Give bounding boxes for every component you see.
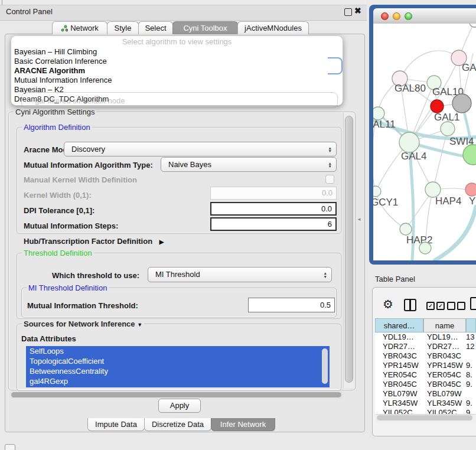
close-icon[interactable]: ✖ xyxy=(354,6,361,15)
top-strip xyxy=(0,0,366,5)
column-header-shared[interactable]: shared… xyxy=(375,318,423,332)
table-cell: YBR045C xyxy=(375,380,423,389)
dpi-tolerance-label: DPI Tolerance [0,1]: xyxy=(24,206,94,215)
network-combo-ghost[interactable]: gal-filtered sif default node xyxy=(21,92,338,108)
table-row[interactable]: YPR145WYPR145W9. xyxy=(375,361,476,370)
network-node-gal4[interactable] xyxy=(399,132,419,152)
split-columns-icon[interactable] xyxy=(404,299,416,311)
document-icon[interactable] xyxy=(470,297,476,310)
table-cell: YLR345W xyxy=(423,399,466,408)
tab-select[interactable]: Select xyxy=(138,21,173,34)
network-node[interactable] xyxy=(463,145,476,165)
sources-title[interactable]: Sources for Network Inference ▼ xyxy=(22,319,144,328)
manual-kernel-label: Manual Kernel Width Definition xyxy=(24,175,137,184)
data-attributes-label: Data Attributes xyxy=(21,334,76,343)
algorithm-option[interactable]: Basic Correlation Inference xyxy=(11,57,343,66)
close-window-icon[interactable] xyxy=(381,12,389,20)
mi-type-combo[interactable]: Naive Bayes ▲▼ xyxy=(161,157,337,172)
data-attributes-list[interactable]: SelfLoopsTopologicalCoefficientBetweenne… xyxy=(26,346,330,387)
unchecked-checkbox-icon[interactable] xyxy=(447,302,455,310)
algorithm-option[interactable]: Bayesian – Hill Climbing xyxy=(11,47,343,57)
tab-discretize-data[interactable]: Discretize Data xyxy=(144,418,211,431)
tab-infer-network[interactable]: Infer Network xyxy=(211,418,275,431)
which-threshold-combo[interactable]: MI Threshold ▲▼ xyxy=(148,267,332,282)
apply-button[interactable]: Apply xyxy=(158,399,201,413)
tab-network[interactable]: Network xyxy=(52,21,107,34)
dpi-tolerance-field[interactable]: 0.0 xyxy=(210,202,337,216)
mi-steps-field[interactable]: 6 xyxy=(210,217,337,231)
attribute-item[interactable]: BetweennessCentrality xyxy=(26,366,330,376)
attribute-item[interactable]: gal4RGexp xyxy=(26,376,330,386)
stepper-icon: ▲▼ xyxy=(324,272,327,278)
table-rows: YDL19…YDL19…13YDR27…YDR27…12YBR043CYBR04… xyxy=(375,332,476,414)
network-window-titlebar[interactable] xyxy=(373,8,476,24)
network-node-label: GCY1 xyxy=(373,197,398,208)
settings-horizontal-scrollbar-thumb[interactable] xyxy=(11,392,341,397)
attribute-item[interactable]: TopologicalCoefficient xyxy=(26,356,330,366)
table-cell: YLR345W xyxy=(375,399,423,408)
zoom-window-icon[interactable] xyxy=(405,12,412,20)
algorithm-combo-fragment[interactable] xyxy=(328,57,343,74)
table-cell: YER054C xyxy=(375,370,423,380)
tab-jactivemnodules[interactable]: jActiveMNodules xyxy=(237,21,309,34)
gear-icon[interactable]: ⚙ xyxy=(383,298,393,311)
tab-impute-data-label: Impute Data xyxy=(95,420,137,429)
mi-threshold-field[interactable]: 0.5 xyxy=(248,298,335,312)
table-row[interactable]: YER054CYER054C8. xyxy=(375,370,476,380)
kernel-width-field[interactable]: 0.0 xyxy=(210,187,337,200)
table-horizontal-scrollbar-thumb[interactable] xyxy=(377,415,472,420)
network-node-gal11[interactable] xyxy=(373,107,384,120)
network-svg[interactable]: GALGAL80GAL10GAL1GAL11SWI4GAL4GCY1HAP4YH… xyxy=(373,24,476,260)
unchecked-checkbox-icon[interactable] xyxy=(457,302,465,310)
table-row[interactable]: YDR27…YDR27…12 xyxy=(375,342,476,351)
table-cell: YBR045C xyxy=(423,380,466,389)
network-node[interactable] xyxy=(470,24,476,27)
table-row[interactable]: YBL079WYBL079W xyxy=(375,389,476,399)
algorithm-option[interactable]: Mutual Information Inference xyxy=(11,76,343,85)
tab-network-label: Network xyxy=(70,24,99,32)
network-node-swi4[interactable] xyxy=(441,122,455,136)
network-node[interactable] xyxy=(419,242,431,254)
algorithm-option[interactable]: ARACNE Algorithm xyxy=(11,66,343,76)
minimize-window-icon[interactable] xyxy=(393,12,400,20)
tab-impute-data[interactable]: Impute Data xyxy=(87,418,145,431)
table-cell: YPR145W xyxy=(375,361,423,370)
which-threshold-value: MI Threshold xyxy=(155,270,200,279)
network-canvas[interactable]: GALGAL80GAL10GAL1GAL11SWI4GAL4GCY1HAP4YH… xyxy=(373,24,476,260)
table-cell: 9. xyxy=(466,399,476,408)
network-node[interactable] xyxy=(452,94,471,113)
mi-steps-label: Mutual Information Steps: xyxy=(24,221,118,230)
table-cell xyxy=(466,389,476,399)
manual-kernel-checkbox[interactable] xyxy=(325,175,334,184)
attribute-item[interactable]: SelfLoops xyxy=(26,346,330,356)
settings-vertical-scrollbar-thumb[interactable] xyxy=(345,116,353,383)
attribute-list-scrollbar-thumb[interactable] xyxy=(322,348,328,384)
aracne-mode-combo[interactable]: Discovery ▲▼ xyxy=(64,142,337,156)
network-node-gal1[interactable] xyxy=(431,100,444,113)
tab-style[interactable]: Style xyxy=(107,21,139,34)
column-header-partial[interactable] xyxy=(466,318,476,332)
table-row[interactable]: YDL19…YDL19…13 xyxy=(375,332,476,342)
column-header-name[interactable]: name xyxy=(423,318,466,332)
mi-type-label: Mutual Information Algorithm Type: xyxy=(24,161,153,169)
network-node-label: Y xyxy=(469,195,475,207)
network-node-gcy1[interactable] xyxy=(373,186,381,197)
network-edge-thick[interactable] xyxy=(435,207,476,260)
table-row[interactable]: YIL052CYIL052C9 xyxy=(375,408,476,414)
mi-threshold-label: Mutual Information Threshold: xyxy=(27,301,138,310)
network-node-label: GAL80 xyxy=(395,83,426,94)
network-edge[interactable] xyxy=(400,51,459,79)
bottom-left-widget[interactable] xyxy=(5,444,15,450)
hub-definition-toggle[interactable]: Hub/Transcription Factor Definition ▶ xyxy=(24,237,164,246)
float-window-icon[interactable] xyxy=(344,8,352,16)
checked-checkbox-icon[interactable]: ✓ xyxy=(426,302,435,310)
algorithm-definition-title: Algorithm Definition xyxy=(22,123,92,132)
panel-splitter-arrow[interactable]: ◄ xyxy=(357,217,361,222)
network-node-hap2[interactable] xyxy=(400,223,412,235)
tab-cyni-toolbox[interactable]: Cyni Toolbox xyxy=(172,21,238,34)
table-row[interactable]: YBR043CYBR043C xyxy=(375,351,476,361)
checked-checkbox-icon[interactable]: ✓ xyxy=(436,302,445,310)
table-row[interactable]: YBR045CYBR045C9. xyxy=(375,380,476,389)
table-row[interactable]: YLR345WYLR345W9. xyxy=(375,399,476,408)
network-node-y[interactable] xyxy=(465,183,476,196)
